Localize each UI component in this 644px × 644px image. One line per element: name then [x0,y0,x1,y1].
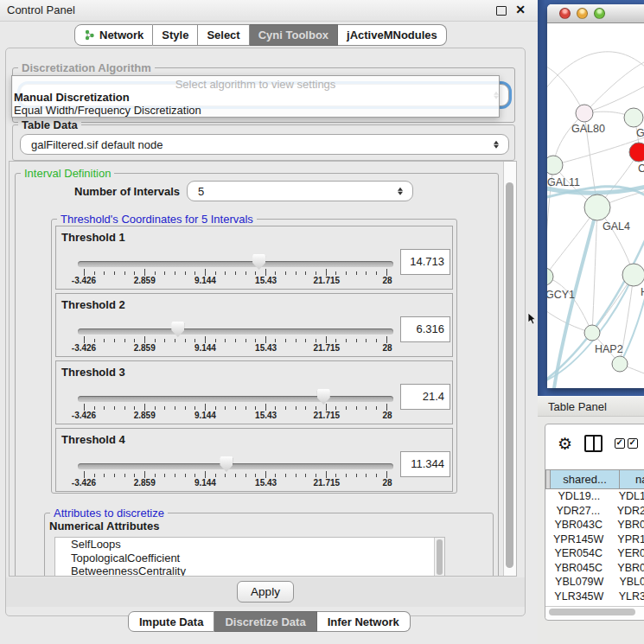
tab-select[interactable]: Select [198,24,249,46]
network-window-titlebar[interactable] [547,4,644,23]
checkbox-icon[interactable] [628,438,638,449]
checkbox-icon[interactable] [615,438,625,449]
table-row[interactable]: YER054CYER0 [545,546,644,561]
tab-infer-network[interactable]: Infer Network [317,611,411,632]
columns-icon[interactable] [584,435,603,452]
tab-network[interactable]: Network [74,24,153,46]
slider-tick-labels: -3.4262.8599.14415.4321.71528 [78,343,393,354]
slider-tick-labels: -3.4262.8599.14415.4321.71528 [78,276,393,287]
node-label: HAP2 [595,343,623,355]
network-node[interactable] [576,105,593,122]
table-row[interactable]: YDL19...YDL1 [545,489,644,504]
threshold-2-slider[interactable]: -3.4262.8599.14415.4321.71528 [78,294,393,358]
group-title: Interval Definition [21,167,114,180]
gear-icon[interactable] [558,436,572,452]
threshold-1-panel: Threshold 1 -3.4262.8599.14415.4321.7152… [55,226,453,290]
tab-label: Infer Network [328,615,399,628]
scrollbar-thumb[interactable] [549,609,635,615]
tab-discretize-data[interactable]: Discretize Data [214,611,316,632]
tab-label: Select [207,24,239,46]
network-node[interactable] [629,143,644,162]
node-label: C [638,163,644,175]
table-data-group: Table Data galFiltered.sif default node [12,124,515,161]
table-toolbar [545,424,644,462]
list-item[interactable]: SelfLoops [55,538,444,552]
apply-row: Apply [6,577,525,607]
network-node[interactable] [624,108,643,127]
table-data-combo[interactable]: galFiltered.sif default node [20,134,509,155]
table-row[interactable]: YBR045CYBR0 [545,561,644,576]
tab-cyni-toolbox[interactable]: Cyni Toolbox [250,24,338,46]
list-item[interactable]: BetweennessCentrality [55,564,444,577]
tab-style[interactable]: Style [153,24,198,46]
table-row[interactable]: YPR145WYPR1 [545,532,644,547]
network-icon [84,29,95,41]
combo-value: 5 [198,182,204,201]
settings-scroll-area: Interval Definition Number of Intervals … [9,161,517,577]
number-of-intervals-combo[interactable]: 5 [187,181,413,201]
slider-tick-labels: -3.4262.8599.14415.4321.71528 [78,411,393,422]
network-view-window[interactable]: GAL80GACGAL11GAL4GCY1HHAP2 [547,4,644,388]
list-scrollbar[interactable] [434,538,444,577]
threshold-4-panel: Threshold 4 -3.4262.8599.14415.4321.7152… [55,428,453,492]
network-node[interactable] [622,264,644,286]
table-row[interactable]: YDR27...YDR2 [545,504,644,519]
threshold-4-slider[interactable]: -3.4262.8599.14415.4321.71528 [78,429,393,493]
panel-title: Control Panel [7,0,75,21]
group-title: Table Data [18,118,81,131]
network-node[interactable] [547,268,553,285]
slider-track[interactable] [78,328,393,335]
slider-thumb[interactable] [317,389,330,405]
list-item[interactable]: TopologicalCoefficient [55,552,444,565]
threshold-1-value-field[interactable]: 14.713 [400,249,450,275]
apply-button[interactable]: Apply [237,581,294,603]
tab-label: Impute Data [139,615,203,628]
threshold-4-value-field[interactable]: 11.344 [400,451,450,477]
threshold-3-slider[interactable]: -3.4262.8599.14415.4321.71528 [78,361,393,425]
minimize-traffic-light[interactable] [577,8,588,19]
group-title: Discretization Algorithm [18,61,155,74]
close-icon[interactable] [515,3,526,16]
network-node[interactable] [612,356,628,372]
slider-track[interactable] [78,463,393,469]
menu-item-equal-width-frequency[interactable]: Equal Width/Frequency Discretization [14,104,497,117]
table-row[interactable]: YBR043CYBR0 [545,518,644,532]
slider-thumb[interactable] [220,456,233,472]
network-node[interactable] [584,325,600,341]
numerical-attributes-list[interactable]: SelfLoopsTopologicalCoefficientBetweenne… [54,537,445,577]
menu-item-manual-discretization[interactable]: Manual Discretization [14,91,497,104]
slider-thumb[interactable] [171,322,184,337]
node-label: H [641,286,644,298]
tab-label: Style [162,24,188,46]
column-header-shared-name[interactable]: shared... [550,469,620,489]
vertical-scrollbar[interactable] [503,162,516,576]
slider-tick-labels: -3.4262.8599.14415.4321.71528 [78,478,393,489]
zoom-traffic-light[interactable] [594,8,605,19]
tab-impute-data[interactable]: Impute Data [128,611,214,632]
close-traffic-light[interactable] [559,8,571,19]
table-row[interactable]: YBL079WYBL0 [545,575,644,590]
slider-track[interactable] [78,261,393,267]
threshold-2-value-field[interactable]: 6.316 [400,316,450,342]
threshold-2-panel: Threshold 2 -3.4262.8599.14415.4321.7152… [55,293,453,357]
column-header-name[interactable]: na [619,469,644,489]
threshold-3-panel: Threshold 3 -3.4262.8599.14415.4321.7152… [55,360,453,424]
threshold-1-slider[interactable]: -3.4262.8599.14415.4321.71528 [78,226,393,290]
combo-arrows-icon [494,139,500,150]
dropdown-hint: Select algorithm to view settings [12,78,499,91]
network-node[interactable] [547,156,563,175]
node-label: GAL11 [547,176,580,188]
horizontal-scrollbar[interactable] [545,606,644,618]
node-label: GA [636,127,644,139]
network-canvas[interactable]: GAL80GACGAL11GAL4GCY1HHAP2 [547,23,644,388]
node-label: GCY1 [547,289,575,301]
slider-track[interactable] [78,396,393,402]
scrollbar-thumb[interactable] [506,182,513,568]
float-panel-icon[interactable] [496,6,507,16]
threshold-3-value-field[interactable]: 21.4 [400,384,450,410]
network-node[interactable] [584,194,610,220]
slider-thumb[interactable] [252,254,265,270]
table-row[interactable]: YLR345WYLR3 [545,590,644,604]
tab-jactivemnodules[interactable]: jActiveMNodules [338,24,447,46]
node-table-card: shared... na YDL19...YDL1YDR27...YDR2YBR… [545,424,644,621]
